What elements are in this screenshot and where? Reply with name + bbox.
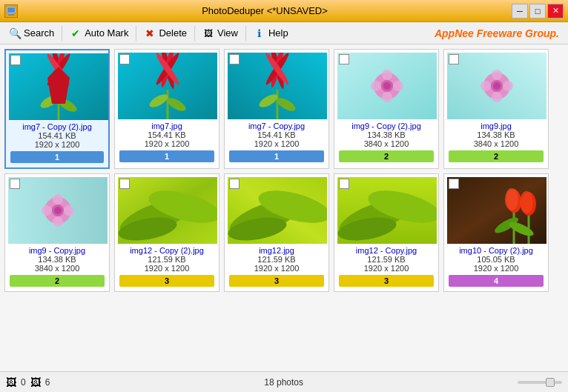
help-menu[interactable]: ℹ Help: [248, 24, 294, 42]
photo-info-9: img12 - Copy.jpg 121.59 KB 1920 x 1200 3: [337, 244, 435, 288]
delete-menu[interactable]: ✖ Delete: [138, 24, 193, 42]
photo-size-4: 134.38 KB: [339, 130, 434, 139]
photo-card-9[interactable]: img12 - Copy.jpg 121.59 KB 1920 x 1200 3: [334, 173, 439, 292]
photo-name-9: img12 - Copy.jpg: [339, 246, 434, 255]
selected-count: 0: [21, 377, 26, 388]
photo-size-10: 105.05 KB: [449, 255, 544, 264]
card-checkbox-7[interactable]: [119, 179, 130, 189]
delete-label: Delete: [159, 27, 187, 39]
group-badge-7: 3: [119, 275, 214, 287]
photo-size-3: 154.41 KB: [229, 130, 324, 139]
photo-grid[interactable]: img7 - Copy (2).jpg 154.41 KB 1920 x 120…: [0, 44, 568, 371]
photo-name-3: img7 - Copy.jpg: [229, 122, 324, 130]
photo-info-8: img12.jpg 121.59 KB 1920 x 1200 3: [228, 244, 326, 288]
photo-dims-6: 3840 x 1200: [10, 264, 105, 273]
photo-name-1: img7 - Copy (2).jpg: [10, 122, 104, 131]
photo-card-4[interactable]: img9 - Copy (2).jpg 134.38 KB 3840 x 120…: [334, 49, 439, 169]
card-checkbox-9[interactable]: [339, 179, 349, 189]
photo-card-6[interactable]: img9 - Copy.jpg 134.38 KB 3840 x 1200 2: [4, 173, 110, 292]
photo-card-1[interactable]: img7 - Copy (2).jpg 154.41 KB 1920 x 120…: [4, 49, 110, 169]
card-checkbox-1[interactable]: [10, 55, 21, 65]
svg-point-38: [492, 70, 502, 80]
group-badge-9: 3: [339, 275, 434, 287]
photo-thumb-2: [118, 53, 217, 119]
maximize-button[interactable]: □: [529, 4, 546, 19]
info-icon: ℹ: [254, 27, 265, 39]
group-badge-6: 2: [10, 275, 105, 287]
separator-2: [136, 26, 136, 41]
help-label: Help: [268, 27, 288, 39]
photo-info-6: img9 - Copy.jpg 134.38 KB 3840 x 1200 2: [8, 244, 106, 288]
view-menu[interactable]: 🖼 View: [197, 24, 244, 42]
photo-card-8[interactable]: img12.jpg 121.59 KB 1920 x 1200 3: [224, 173, 329, 292]
photo-size-7: 121.59 KB: [119, 255, 214, 264]
photo-info-1: img7 - Copy (2).jpg 154.41 KB 1920 x 120…: [9, 120, 105, 165]
photo-card-2[interactable]: img7.jpg 154.41 KB 1920 x 1200 1: [114, 49, 219, 169]
group-badge-3: 1: [229, 150, 324, 162]
photo-card-10[interactable]: img10 - Copy (2).jpg 105.05 KB 1920 x 12…: [443, 173, 549, 292]
photo-name-8: img12.jpg: [229, 246, 324, 255]
grid-row-2: img9 - Copy.jpg 134.38 KB 3840 x 1200 2: [4, 173, 564, 292]
photo-dims-4: 3840 x 1200: [339, 139, 434, 148]
search-label: Search: [24, 27, 54, 39]
card-checkbox-6[interactable]: [10, 179, 20, 189]
slider-thumb[interactable]: [546, 378, 555, 387]
minimize-button[interactable]: ─: [512, 4, 528, 19]
svg-point-34: [383, 82, 391, 90]
photo-thumb-8: [228, 177, 327, 244]
photo-card-7[interactable]: img12 - Copy (2).jpg 121.59 KB 1920 x 12…: [114, 173, 219, 292]
photo-thumb-5: [447, 53, 546, 119]
group-icon: 🖼: [30, 376, 41, 388]
photo-dims-5: 3840 x 1200: [449, 139, 544, 148]
photo-card-5[interactable]: img9.jpg 134.38 KB 3840 x 1200 2: [443, 49, 549, 169]
card-checkbox-5[interactable]: [449, 54, 459, 64]
view-icon: 🖼: [202, 27, 214, 39]
svg-rect-1: [7, 7, 15, 13]
automark-menu[interactable]: ✔ Auto Mark: [64, 24, 134, 42]
automark-label: Auto Mark: [85, 27, 128, 39]
checkmark-icon: ✔: [70, 27, 82, 39]
brand-label: AppNee Freeware Group.: [435, 27, 565, 39]
photo-dims-3: 1920 x 1200: [229, 139, 324, 148]
card-checkbox-4[interactable]: [339, 54, 349, 64]
photo-size-1: 154.41 KB: [10, 131, 104, 140]
photo-dims-8: 1920 x 1200: [229, 264, 324, 273]
photo-name-10: img10 - Copy (2).jpg: [449, 246, 544, 255]
group-badge-10: 4: [449, 275, 544, 287]
photo-thumb-9: [337, 177, 437, 244]
card-checkbox-3[interactable]: [229, 54, 240, 64]
app-icon: [4, 4, 18, 18]
photo-info-5: img9.jpg 134.38 KB 3840 x 1200 2: [447, 119, 545, 164]
separator-1: [62, 26, 62, 41]
main-content: img7 - Copy (2).jpg 154.41 KB 1920 x 120…: [0, 44, 568, 371]
card-checkbox-8[interactable]: [229, 179, 240, 189]
svg-point-40: [481, 81, 491, 91]
zoom-slider[interactable]: [518, 381, 562, 384]
search-menu[interactable]: 🔍 Search: [3, 24, 60, 42]
photo-thumb-10: [447, 177, 546, 244]
photo-info-3: img7 - Copy.jpg 154.41 KB 1920 x 1200 1: [228, 119, 326, 164]
photo-size-5: 134.38 KB: [449, 130, 544, 139]
photo-info-4: img9 - Copy (2).jpg 134.38 KB 3840 x 120…: [337, 119, 435, 164]
window-controls: ─ □ ✕: [512, 4, 564, 19]
photo-dims-2: 1920 x 1200: [119, 139, 214, 148]
group-badge-2: 1: [119, 150, 214, 162]
svg-point-50: [54, 207, 62, 214]
grid-row-1: img7 - Copy (2).jpg 154.41 KB 1920 x 120…: [4, 49, 564, 169]
card-checkbox-10[interactable]: [449, 179, 459, 189]
group-badge-4: 2: [339, 150, 434, 162]
photo-thumb-1: [9, 53, 108, 120]
photo-dims-1: 1920 x 1200: [10, 140, 104, 149]
svg-point-48: [42, 205, 52, 216]
slider-track[interactable]: [518, 381, 562, 384]
svg-point-33: [393, 81, 403, 91]
photos-count: 18 photos: [54, 377, 513, 388]
card-checkbox-2[interactable]: [119, 54, 130, 64]
separator-3: [194, 26, 195, 41]
photo-card-3[interactable]: img7 - Copy.jpg 154.41 KB 1920 x 1200 1: [224, 49, 329, 169]
close-button[interactable]: ✕: [547, 4, 564, 19]
svg-point-30: [382, 70, 392, 80]
photo-name-2: img7.jpg: [119, 122, 214, 130]
photo-name-7: img12 - Copy (2).jpg: [119, 246, 214, 255]
photo-info-2: img7.jpg 154.41 KB 1920 x 1200 1: [118, 119, 216, 164]
